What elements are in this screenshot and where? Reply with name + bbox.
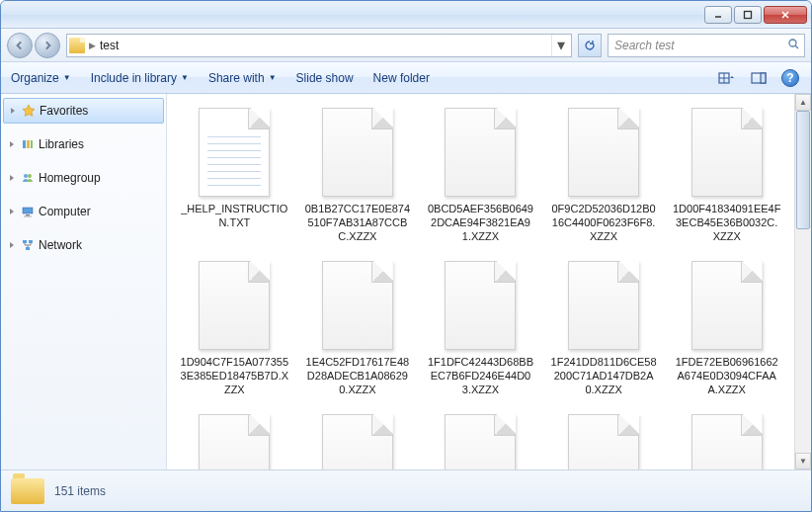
scroll-up-button[interactable]: ▲ — [795, 94, 811, 111]
scroll-track[interactable] — [795, 111, 811, 453]
blank-file-icon — [691, 261, 763, 350]
folder-icon — [69, 38, 85, 53]
scroll-down-button[interactable]: ▼ — [795, 453, 811, 469]
file-name: 0B1B27CC17E0E874510F7AB31A87CCBC.XZZX — [303, 203, 412, 243]
sidebar-item-computer[interactable]: Computer — [1, 199, 166, 224]
file-item[interactable]: 1D00F41834091EE4F3ECB45E36B0032C.XZZX — [665, 104, 788, 257]
search-input[interactable] — [614, 39, 787, 52]
refresh-button[interactable] — [578, 34, 602, 57]
vertical-scrollbar[interactable]: ▲ ▼ — [794, 94, 811, 469]
network-icon — [21, 238, 35, 252]
file-item[interactable]: 1F241DD811D6CE58200C71AD147DB2A0.XZZX — [542, 257, 666, 410]
blank-file-icon — [322, 414, 393, 469]
address-folder: test — [100, 39, 119, 52]
chevron-down-icon: ▼ — [181, 73, 189, 82]
svg-point-14 — [24, 174, 28, 178]
text-file-icon — [199, 108, 270, 197]
blank-file-icon — [691, 414, 763, 469]
address-bar[interactable]: ▶ test ▾ — [66, 34, 572, 57]
new-folder-button[interactable]: New folder — [373, 71, 430, 85]
navbar: ▶ test ▾ — [1, 29, 811, 62]
file-item[interactable] — [542, 410, 666, 469]
sidebar-item-label: Libraries — [39, 137, 84, 151]
files-grid: _HELP_INSTRUCTION.TXT0B1B27CC17E0E874510… — [167, 94, 794, 469]
svg-rect-20 — [29, 240, 33, 243]
forward-button[interactable] — [35, 33, 60, 58]
file-name: 1D904C7F15A0773553E385ED18475B7D.XZZX — [180, 356, 288, 396]
svg-rect-18 — [24, 216, 32, 217]
blank-file-icon — [568, 414, 639, 469]
share-with-menu[interactable]: Share with ▼ — [208, 71, 277, 85]
expand-icon — [7, 240, 17, 250]
svg-rect-17 — [26, 214, 30, 216]
expand-icon — [7, 173, 17, 183]
file-name: 1F1DFC42443D68BBEC7B6FD246E44D03.XZZX — [426, 356, 534, 396]
close-button[interactable] — [764, 6, 807, 24]
include-in-library-menu[interactable]: Include in library ▼ — [91, 71, 189, 85]
status-bar: 151 items — [1, 469, 811, 511]
sidebar-item-label: Computer — [39, 205, 91, 218]
file-item[interactable]: 0B1B27CC17E0E874510F7AB31A87CCBC.XZZX — [296, 104, 420, 257]
address-dropdown-icon[interactable]: ▾ — [551, 35, 569, 56]
folder-icon — [11, 478, 44, 504]
file-name: 1E4C52FD17617E48D28ADECB1A086290.XZZX — [303, 356, 412, 396]
file-name: 0F9C2D52036D12B016C4400F0623F6F8.XZZX — [549, 203, 658, 243]
libraries-icon — [21, 137, 35, 151]
file-item[interactable]: 1F1DFC42443D68BBEC7B6FD246E44D03.XZZX — [419, 257, 542, 410]
explorer-window: ▶ test ▾ Organize ▼ Include in library ▼… — [0, 0, 812, 512]
sidebar-item-label: Favorites — [40, 104, 88, 118]
organize-menu[interactable]: Organize ▼ — [11, 71, 71, 85]
back-button[interactable] — [7, 33, 33, 58]
minimize-button[interactable] — [704, 6, 732, 24]
file-item[interactable]: _HELP_INSTRUCTION.TXT — [173, 104, 296, 257]
file-name: _HELP_INSTRUCTION.TXT — [180, 203, 288, 230]
expand-icon — [8, 106, 18, 116]
blank-file-icon — [199, 261, 270, 350]
svg-point-4 — [789, 40, 796, 46]
computer-icon — [21, 205, 35, 218]
blank-file-icon — [199, 414, 270, 469]
maximize-button[interactable] — [734, 6, 762, 24]
file-name: 1D00F41834091EE4F3ECB45E36B0032C.XZZX — [673, 203, 781, 243]
navigation-pane: Favorites Libraries Homegroup Computer N — [1, 94, 167, 469]
toolbar: Organize ▼ Include in library ▼ Share wi… — [1, 62, 811, 94]
file-item[interactable]: 0BCD5AEF356B06492DCAE94F3821EA91.XZZX — [419, 104, 542, 257]
file-name: 1FDE72EB06961662A674E0D3094CFAAA.XZZX — [673, 356, 781, 396]
search-box[interactable] — [608, 34, 805, 57]
svg-rect-1 — [745, 11, 752, 18]
expand-icon — [7, 139, 17, 149]
preview-pane-button[interactable] — [748, 67, 770, 89]
breadcrumb-separator-icon: ▶ — [89, 41, 96, 50]
blank-file-icon — [691, 108, 763, 197]
svg-rect-16 — [23, 208, 33, 213]
help-button[interactable]: ? — [779, 67, 801, 89]
file-item[interactable] — [296, 410, 420, 469]
sidebar-item-libraries[interactable]: Libraries — [1, 131, 166, 157]
expand-icon — [7, 207, 17, 216]
svg-rect-19 — [23, 240, 27, 243]
chevron-down-icon: ▼ — [63, 73, 71, 82]
file-item[interactable] — [173, 410, 296, 469]
sidebar-item-network[interactable]: Network — [1, 232, 166, 258]
sidebar-item-favorites[interactable]: Favorites — [3, 98, 164, 124]
file-item[interactable] — [665, 410, 788, 469]
sidebar-item-label: Homegroup — [39, 171, 101, 185]
file-item[interactable]: 1D904C7F15A0773553E385ED18475B7D.XZZX — [173, 257, 296, 410]
blank-file-icon — [445, 108, 516, 197]
file-name: 1F241DD811D6CE58200C71AD147DB2A0.XZZX — [549, 356, 658, 396]
svg-line-5 — [795, 45, 798, 48]
file-item[interactable]: 1FDE72EB06961662A674E0D3094CFAAA.XZZX — [665, 257, 788, 410]
file-item[interactable]: 1E4C52FD17617E48D28ADECB1A086290.XZZX — [296, 257, 420, 410]
scroll-thumb[interactable] — [796, 111, 810, 229]
svg-point-15 — [28, 174, 32, 178]
svg-rect-13 — [31, 140, 33, 148]
file-item[interactable] — [419, 410, 542, 469]
view-options-button[interactable] — [716, 67, 738, 89]
blank-file-icon — [568, 108, 639, 197]
blank-file-icon — [322, 261, 393, 350]
slide-show-button[interactable]: Slide show — [296, 71, 354, 85]
sidebar-item-homegroup[interactable]: Homegroup — [1, 165, 166, 191]
content-area: _HELP_INSTRUCTION.TXT0B1B27CC17E0E874510… — [167, 94, 811, 469]
search-icon — [787, 37, 800, 54]
file-item[interactable]: 0F9C2D52036D12B016C4400F0623F6F8.XZZX — [542, 104, 666, 257]
